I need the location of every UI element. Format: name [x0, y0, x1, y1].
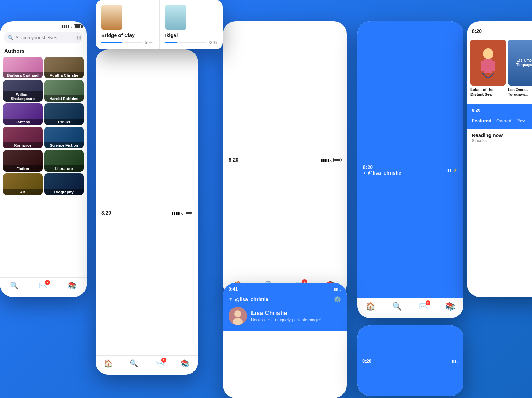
- wifi-icon: ⚡: [453, 168, 458, 172]
- svg-point-30: [483, 48, 493, 59]
- reading-now-label: Reading now: [472, 133, 532, 138]
- user-avatar: [229, 307, 247, 325]
- profile-username: @lisa_christie: [368, 170, 401, 176]
- nav-library-icon[interactable]: 📚: [445, 302, 455, 311]
- far-right-content: 8:20 ▮▮ ◟ Lala: [467, 21, 532, 297]
- signal-icon: ▮▮▮▮: [172, 211, 180, 215]
- battery-icon: [74, 24, 82, 28]
- ppb-top-bar: 9:41 ▮▮ ◟: [223, 283, 347, 294]
- wifi-icon: ◟: [340, 287, 341, 291]
- nav-messages-icon[interactable]: ✉️2: [419, 302, 428, 311]
- status-time: 8:20: [101, 210, 111, 216]
- ppb-username: ▼ @lisa_christie: [229, 297, 268, 302]
- top-bar-discover: 8:20 ▮▮▮▮ ◟: [223, 21, 347, 297]
- author-card-thriller[interactable]: Thriller: [44, 103, 84, 125]
- reading-now-count: 8 books: [472, 138, 532, 143]
- progress-book-title: Bridge of Clay: [101, 33, 154, 38]
- author-card-scifi[interactable]: Science Fiction: [44, 127, 84, 148]
- phone-progress: Bridge of Clay 50% Ikigai 30%: [96, 0, 223, 49]
- messages-badge: 2: [426, 300, 430, 305]
- author-label: Fantasy: [3, 119, 43, 125]
- status-icons: ▮▮ ◟: [452, 359, 458, 363]
- author-card-fiction[interactable]: Fiction: [3, 150, 43, 172]
- messages-badge: 2: [45, 280, 50, 285]
- nav-messages-icon[interactable]: ✉️2: [155, 359, 164, 368]
- ppb-username-bar: ▼ @lisa_christie ⚙️: [223, 294, 347, 304]
- author-label: Fiction: [3, 165, 43, 172]
- status-time: 9:41: [229, 286, 238, 292]
- nav-home-icon[interactable]: 🔍: [10, 281, 19, 290]
- progress-content: Bridge of Clay 50% Ikigai 30%: [96, 0, 223, 49]
- progress-bar-row: 50%: [101, 40, 154, 45]
- small-br-top-bar: 8:20 ▮▮ ◟: [357, 325, 463, 396]
- username-bar: ▲ @lisa_christie: [363, 170, 401, 176]
- nav-search-icon[interactable]: 🔍: [392, 302, 402, 311]
- les-omo-text: Les Omo...Torquays...: [514, 56, 532, 69]
- gear-icon[interactable]: ⚙️: [334, 296, 341, 303]
- status-time: 8:20: [472, 28, 482, 34]
- far-right-book-les-omo[interactable]: Les Omo...Torquays... Les Omo... Torquay…: [508, 40, 532, 97]
- profile-header-content: 8:20 ▲ @lisa_christie: [363, 164, 401, 176]
- top-bar-profile: 8:20 ▲ @lisa_christie ▮▮ ⚡: [357, 21, 463, 318]
- wifi-icon: ◟: [181, 210, 183, 215]
- search-bar[interactable]: 🔍 ⊡: [4, 32, 82, 43]
- ppb-name: Lisa Christie: [251, 310, 321, 317]
- status-bar-left: ▮▮▮▮ ◟: [0, 21, 87, 30]
- progress-bar-fill: [165, 42, 178, 43]
- nav-search-icon[interactable]: 🔍: [129, 359, 138, 368]
- author-label: Harold Robbins: [44, 95, 84, 102]
- status-icons: ▮▮ ⚡: [447, 168, 458, 172]
- far-right-profile-bar: 8:20: [467, 104, 532, 116]
- author-card-cartland[interactable]: Barbara Cartland: [3, 57, 43, 78]
- author-card-william[interactable]: William Shakespeare: [3, 80, 43, 102]
- status-time: 8:20: [363, 164, 401, 170]
- far-right-book-lalani[interactable]: Lalani of the Distant Sea: [470, 40, 506, 97]
- bottom-nav-profile: 🏠 🔍 ✉️2 📚: [357, 298, 463, 318]
- progress-item-ikigai[interactable]: Ikigai 30%: [160, 0, 223, 49]
- search-icon: 🔍: [8, 35, 13, 40]
- battery-icon: [185, 211, 192, 215]
- search-input[interactable]: [16, 35, 75, 40]
- author-card-art[interactable]: Art: [3, 173, 43, 195]
- wifi-icon: ◟: [71, 24, 73, 29]
- tab-owned[interactable]: Owned: [496, 118, 511, 125]
- ppb-profile-row: Lisa Christie Books are a uniquely porta…: [223, 304, 347, 331]
- messages-badge: 2: [161, 358, 166, 363]
- nav-home-icon[interactable]: 🏠: [366, 302, 375, 311]
- battery-icon: [333, 158, 341, 162]
- author-label: Science Fiction: [44, 142, 84, 148]
- phone-authors: ▮▮▮▮ ◟ 🔍 ⊡ Authors Barbara Cartland Agat…: [0, 21, 87, 297]
- author-label: Art: [3, 189, 43, 195]
- book-thumb: Les Omo...Torquays...: [508, 40, 532, 86]
- author-card-harold[interactable]: Harold Robbins: [44, 80, 84, 102]
- far-right-profile-tabs: Featured Owned Rev...: [472, 118, 532, 125]
- tab-featured[interactable]: Featured: [472, 118, 491, 125]
- author-card-fantasy[interactable]: Fantasy: [3, 103, 43, 125]
- signal-icon: ▮▮▮▮: [61, 24, 70, 28]
- book-thumb: [470, 40, 506, 86]
- author-card-romance[interactable]: Romance: [3, 127, 43, 148]
- author-card-biography[interactable]: Biography: [44, 173, 84, 195]
- author-card-agatha[interactable]: Agatha Christie: [44, 57, 84, 78]
- book-title: Lalani of the Distant Sea: [470, 88, 506, 97]
- progress-percent: 30%: [209, 40, 217, 45]
- nav-library-icon[interactable]: 📚: [181, 359, 190, 368]
- status-icons: ▮▮ ◟: [334, 287, 341, 291]
- author-label: Agatha Christie: [44, 72, 84, 78]
- signal-icon: ▮▮: [447, 168, 452, 172]
- progress-item-bridge-of-clay[interactable]: Bridge of Clay 50%: [96, 0, 160, 49]
- nav-home-icon[interactable]: 🏠: [104, 359, 113, 368]
- progress-bar-bg: [165, 42, 206, 43]
- nav-messages-icon[interactable]: ✉️ 2: [39, 281, 48, 290]
- svg-point-28: [233, 318, 243, 325]
- status-time: 8:20: [229, 157, 238, 163]
- tab-rev[interactable]: Rev...: [516, 118, 528, 125]
- nav-library-icon[interactable]: 📚: [68, 281, 77, 290]
- authors-grid: Barbara Cartland Agatha Christie William…: [0, 57, 87, 195]
- author-card-literature[interactable]: Literature: [44, 150, 84, 172]
- svg-rect-32: [481, 61, 485, 71]
- status-time: 8:20: [362, 358, 371, 364]
- author-label: Biography: [44, 189, 84, 195]
- scan-icon: ⊡: [77, 35, 81, 40]
- bottom-nav-left: 🔍 ✉️ 2 📚: [0, 277, 87, 297]
